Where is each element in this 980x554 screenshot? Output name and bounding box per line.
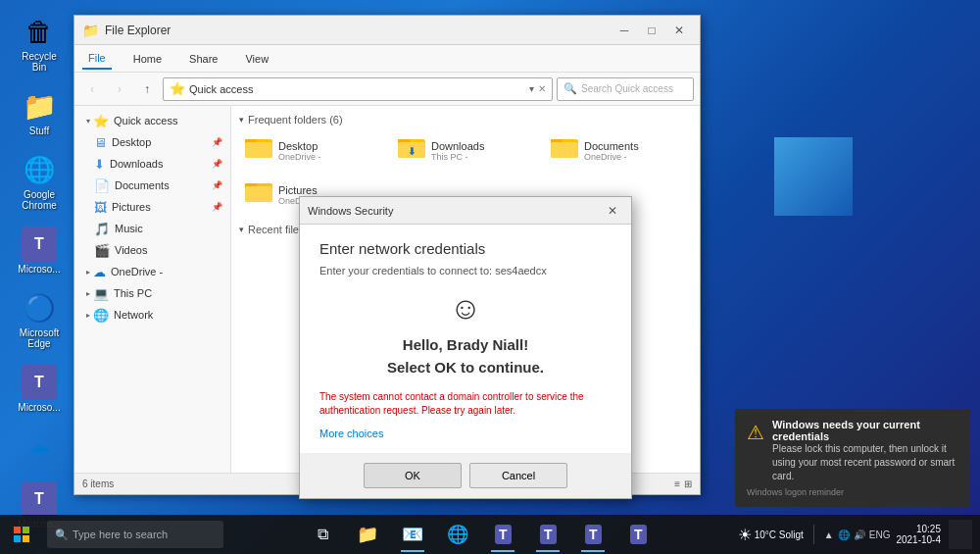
desktop: 🗑 Recycle Bin 📁 Stuff 🌐 Google Chrome T …: [0, 0, 980, 554]
edge-label: Microsoft Edge: [14, 327, 65, 349]
dialog-body: Enter network credentials Enter your cre…: [300, 225, 631, 498]
taskbar-app-teams3[interactable]: T: [573, 515, 612, 554]
sidebar-label-network: Network: [114, 309, 153, 321]
decorative-square: [774, 137, 853, 216]
taskbar-clock[interactable]: 10:25 2021-10-4: [896, 524, 941, 545]
sidebar-label-pictures: Pictures: [112, 201, 151, 213]
grid-view-icon[interactable]: ⊞: [684, 478, 692, 489]
dialog-sub: Enter your credentials to connect to: se…: [319, 265, 612, 277]
expand-arrow: ▾: [86, 117, 90, 126]
desktop-icon-stuff[interactable]: 📁 Stuff: [10, 84, 69, 140]
desktop-icon-teams2[interactable]: T Microso...: [10, 361, 69, 417]
svg-rect-12: [245, 186, 272, 202]
desktop-icon-recycle-bin[interactable]: 🗑 Recycle Bin: [10, 10, 69, 76]
weather-text: 10°C Soligt: [755, 529, 804, 540]
taskbar-right: ☀ 10°C Soligt ▲ 🌐 🔊 ENG 10:25 2021-10-4: [738, 520, 980, 549]
taskbar-weather[interactable]: ☀ 10°C Soligt: [738, 526, 804, 544]
list-view-icon[interactable]: ≡: [674, 478, 680, 489]
sidebar: ▾ ⭐ Quick access 🖥 Desktop 📌 ⬇ Downloads…: [74, 106, 231, 473]
sidebar-label-documents: Documents: [115, 179, 170, 191]
stuff-icon: 📁: [22, 88, 57, 124]
sidebar-item-onedrive[interactable]: ▸ ☁ OneDrive -: [74, 261, 230, 282]
dialog-close-button[interactable]: ✕: [602, 200, 623, 222]
address-close[interactable]: ✕: [538, 83, 546, 94]
chrome-icon: 🌐: [22, 152, 57, 187]
folder-pictures-icon: [245, 179, 272, 210]
ribbon-tab-file[interactable]: File: [82, 48, 112, 70]
folder-documents-sub: OneDrive -: [584, 152, 639, 162]
ribbon-tab-view[interactable]: View: [239, 49, 274, 69]
folder-documents-name: Documents: [584, 140, 639, 152]
svg-rect-16: [23, 535, 29, 542]
sidebar-item-videos[interactable]: 🎬 Videos: [74, 239, 230, 261]
outlook-icon: 📧: [402, 524, 423, 545]
sidebar-item-music[interactable]: 🎵 Music: [74, 218, 230, 239]
sidebar-item-this-pc[interactable]: ▸ 💻 This PC: [74, 282, 230, 304]
sidebar-item-downloads[interactable]: ⬇ Downloads 📌: [74, 153, 230, 175]
desktop-icon-teams1[interactable]: T Microso...: [10, 223, 69, 278]
folder-documents[interactable]: Documents OneDrive -: [545, 131, 692, 170]
sidebar-item-network[interactable]: ▸ 🌐 Network: [74, 304, 230, 326]
sidebar-item-pictures[interactable]: 🖼 Pictures 📌: [74, 196, 230, 218]
svg-rect-13: [14, 527, 21, 533]
taskbar-app-browser[interactable]: 🌐: [438, 515, 477, 554]
desktop-icon-sidebar: 🖥: [94, 135, 107, 150]
address-bar[interactable]: ⭐ Quick access ▾ ✕: [163, 77, 553, 101]
forward-button[interactable]: ›: [108, 77, 131, 101]
up-arrow-icon: ▲: [824, 529, 834, 540]
svg-rect-9: [551, 142, 578, 158]
desktop-icon-edge[interactable]: 🔵 Microsoft Edge: [10, 286, 69, 353]
sidebar-label-quick-access: Quick access: [114, 115, 177, 126]
sidebar-label-desktop: Desktop: [112, 136, 151, 148]
windows-notification[interactable]: ⚠ Windows needs your current credentials…: [735, 409, 970, 507]
file-explorer-taskbar-icon: 📁: [357, 524, 378, 545]
taskbar-search[interactable]: 🔍 Type here to search: [47, 521, 223, 548]
taskbar-app-teams4[interactable]: T: [618, 515, 658, 554]
ribbon-tab-home[interactable]: Home: [127, 49, 168, 69]
taskbar-app-teams2[interactable]: T: [528, 515, 567, 554]
onedrive-icon: ☁: [22, 428, 57, 464]
show-desktop-button[interactable]: [949, 520, 972, 549]
sidebar-item-documents[interactable]: 📄 Documents 📌: [74, 175, 230, 196]
dialog-cancel-button[interactable]: Cancel: [469, 463, 567, 488]
network-tray-icon: 🌐: [838, 529, 850, 540]
downloads-icon-sidebar: ⬇: [94, 157, 105, 172]
folder-downloads[interactable]: ⬇ Downloads This PC -: [392, 131, 539, 170]
sidebar-item-desktop[interactable]: 🖥 Desktop 📌: [74, 131, 230, 153]
taskbar-app-file-explorer[interactable]: 📁: [348, 515, 387, 554]
close-button[interactable]: ✕: [666, 20, 692, 41]
taskbar-sys-tray[interactable]: ▲ 🌐 🔊 ENG: [824, 529, 891, 540]
onedrive-arrow: ▸: [86, 268, 90, 277]
folder-desktop-info: Desktop OneDrive -: [278, 140, 321, 162]
notif-title: Windows needs your current credentials: [772, 419, 958, 442]
teams1-icon: T: [22, 227, 57, 262]
address-dropdown[interactable]: ▾: [529, 83, 534, 94]
more-choices-link[interactable]: More choices: [319, 428, 612, 439]
minimize-button[interactable]: ─: [612, 20, 637, 41]
browser-icon: 🌐: [447, 524, 468, 545]
teams3-icon: T: [22, 481, 57, 517]
notif-header: ⚠ Windows needs your current credentials…: [747, 419, 958, 483]
svg-rect-14: [23, 527, 29, 533]
this-pc-icon-sidebar: 💻: [93, 286, 109, 301]
up-button[interactable]: ↑: [135, 77, 159, 101]
frequent-folders-title: Frequent folders (6): [248, 114, 343, 126]
folder-downloads-info: Downloads This PC -: [431, 140, 484, 162]
teams1-label: Microso...: [18, 264, 60, 275]
search-box[interactable]: 🔍 Search Quick access: [557, 77, 694, 101]
taskbar-app-task-view[interactable]: ⧉: [303, 515, 342, 554]
taskbar-app-outlook[interactable]: 📧: [393, 515, 432, 554]
back-button[interactable]: ‹: [80, 77, 104, 101]
desktop-icon-chrome[interactable]: 🌐 Google Chrome: [10, 148, 69, 215]
sidebar-item-quick-access[interactable]: ▾ ⭐ Quick access: [74, 110, 230, 131]
ribbon-tab-share[interactable]: Share: [183, 49, 223, 69]
taskbar-app-teams[interactable]: T: [483, 515, 522, 554]
chrome-label: Google Chrome: [14, 189, 65, 211]
taskbar: 🔍 Type here to search ⧉ 📁 📧 🌐 T T: [0, 515, 980, 554]
desktop-icon-onedrive[interactable]: ☁: [10, 425, 69, 470]
dialog-ok-button[interactable]: OK: [364, 463, 462, 488]
maximize-button[interactable]: □: [639, 20, 664, 41]
folder-desktop[interactable]: Desktop OneDrive -: [239, 131, 386, 170]
svg-rect-2: [245, 142, 272, 158]
start-button[interactable]: [0, 515, 43, 554]
